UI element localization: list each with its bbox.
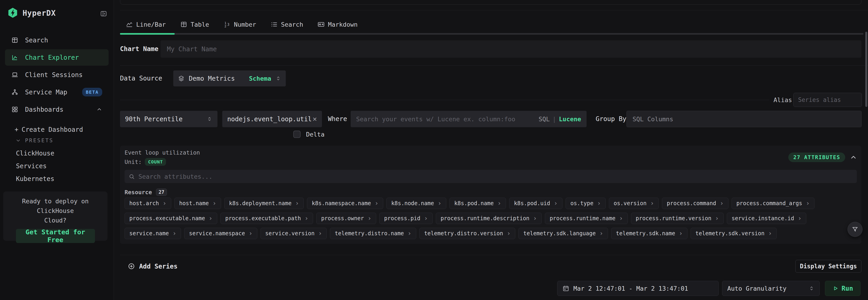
attribute-chip-label: k8s.namespace.name [312,200,371,207]
layers-icon [178,75,185,82]
attribute-search-input[interactable] [138,173,853,180]
attribute-chip[interactable]: host.arch› [125,198,171,209]
schema-button[interactable]: Schema [249,75,271,82]
lucene-language-toggle[interactable]: Lucene [559,115,581,122]
chevron-up-icon[interactable] [850,154,857,161]
attribute-chip[interactable]: k8s.pod.name› [450,198,506,209]
beta-badge: BETA [82,88,102,97]
sidebar-item-service-map[interactable]: Service Map BETA [5,84,108,100]
preset-item-kubernetes[interactable]: Kubernetes [16,172,55,185]
attribute-chip[interactable]: k8s.node.name› [386,198,446,209]
presets-section-toggle[interactable]: PRESETS [16,136,54,144]
attribute-chip[interactable]: k8s.deployment.name› [224,198,304,209]
sidebar-item-label: Chart Explorer [25,54,79,61]
sidebar-item-dashboards[interactable]: Dashboards [5,101,108,118]
attribute-chip-label: service.instance.id [732,215,794,222]
chevron-right-icon: › [798,215,802,222]
where-label: Where [328,111,347,127]
attribute-chip[interactable]: os.version› [609,198,659,209]
attribute-chip[interactable]: process.runtime.version› [631,213,724,224]
attribute-chip[interactable]: host.name› [175,198,221,209]
sql-language-toggle[interactable]: SQL [538,115,550,122]
attribute-chip[interactable]: process.executable.path› [220,213,313,224]
attribute-chip[interactable]: telemetry.sdk.version› [691,228,777,239]
unit-row: Unit: COUNT [125,158,166,166]
time-range-picker[interactable]: Mar 2 12:47:01 - Mar 2 13:47:01 [557,281,719,296]
chevron-right-icon: › [806,200,810,207]
aggregation-select[interactable]: 90th Percentile [120,111,217,127]
filter-panel-toggle-button[interactable] [847,222,863,237]
sidebar-item-search[interactable]: Search [5,32,108,48]
attribute-chip-label: process.runtime.description [441,215,529,222]
delta-checkbox[interactable] [293,131,301,138]
granularity-select[interactable]: Auto Granularity [722,281,820,296]
hierarchy-icon [11,89,18,96]
tab-underline-track [120,33,863,35]
attribute-chip[interactable]: os.type› [566,198,606,209]
play-icon [833,285,838,291]
attribute-chip-list: host.arch›host.name›k8s.deployment.name›… [125,198,857,239]
chevron-right-icon: › [497,200,501,207]
main-content: Line/Bar Table 1 2 3 Number [114,0,868,300]
attribute-chip[interactable]: process.command_args› [732,198,814,209]
chart-name-input[interactable] [160,40,861,58]
tab-number[interactable]: 1 2 3 Number [224,21,256,28]
tab-line-bar[interactable]: Line/Bar [126,21,166,28]
group-by-input[interactable] [626,111,862,127]
attribute-chip[interactable]: process.command› [662,198,728,209]
add-series-button[interactable]: Add Series [128,260,178,273]
attribute-chip[interactable]: process.pid› [379,213,433,224]
tab-table[interactable]: Table [180,21,209,28]
get-started-button[interactable]: Get Started for Free [16,229,95,243]
preset-item-services[interactable]: Services [16,160,55,172]
where-filter-input[interactable] [356,115,536,122]
attribute-chip[interactable]: process.executable.name› [125,213,217,224]
chevron-right-icon: › [597,200,601,207]
preset-item-clickhouse[interactable]: ClickHouse [16,147,55,160]
tab-markdown[interactable]: Markdown [318,21,358,28]
series-alias-input[interactable] [793,93,862,107]
sidebar-item-label: Client Sessions [25,71,83,79]
attribute-chip[interactable]: process.owner› [316,213,376,224]
vertical-scrollbar[interactable] [865,32,867,107]
app-logo[interactable]: HyperDX [7,7,56,19]
plus-icon: + [14,126,19,133]
data-source-select[interactable]: Demo Metrics Schema [173,71,286,86]
run-button[interactable]: Run [825,281,861,296]
attribute-chip[interactable]: service.instance.id› [727,213,806,224]
sidebar: HyperDX Search [0,0,114,300]
metric-description: Event loop utilization [125,149,200,156]
attribute-chip-label: host.name [179,200,209,207]
unit-value-badge: COUNT [145,158,166,166]
chevron-right-icon: › [715,215,719,222]
attribute-chip[interactable]: telemetry.sdk.name› [611,228,687,239]
sidebar-collapse-icon[interactable] [100,10,107,17]
sidebar-nav: Search Chart Explorer [5,32,108,118]
funnel-icon [851,226,859,233]
attribute-chip[interactable]: telemetry.distro.name› [330,228,416,239]
attribute-chip[interactable]: k8s.namespace.name› [307,198,383,209]
sidebar-item-client-sessions[interactable]: Client Sessions [5,66,108,83]
display-settings-button[interactable]: Display Settings [795,260,861,273]
sidebar-item-chart-explorer[interactable]: Chart Explorer [5,49,108,66]
group-by-label: Group By [596,111,626,127]
tab-search[interactable]: Search [271,21,303,28]
attribute-chip-label: k8s.deployment.name [229,200,292,207]
attribute-chip[interactable]: telemetry.sdk.language› [519,228,608,239]
metric-field-tag[interactable]: nodejs.event_loop.util × [222,111,322,127]
attribute-chip[interactable]: process.runtime.name› [545,213,628,224]
attribute-chip[interactable]: service.name› [125,228,181,239]
chevron-right-icon: › [619,215,623,222]
create-dashboard-button[interactable]: + Create Dashboard [14,125,83,135]
attribute-chip[interactable]: service.namespace› [184,228,257,239]
attribute-chip-label: telemetry.sdk.language [523,230,596,237]
attribute-chip-label: k8s.pod.uid [514,200,550,207]
close-icon[interactable]: × [313,115,317,122]
attribute-chip[interactable]: process.runtime.description› [436,213,542,224]
chevron-right-icon: › [599,230,603,237]
attribute-chip[interactable]: k8s.pod.uid› [509,198,562,209]
attribute-chip[interactable]: telemetry.distro.version› [420,228,516,239]
preset-list: ClickHouse Services Kubernetes [16,147,55,185]
attribute-chip[interactable]: service.version› [260,228,327,239]
attribute-chip-label: service.namespace [189,230,245,237]
